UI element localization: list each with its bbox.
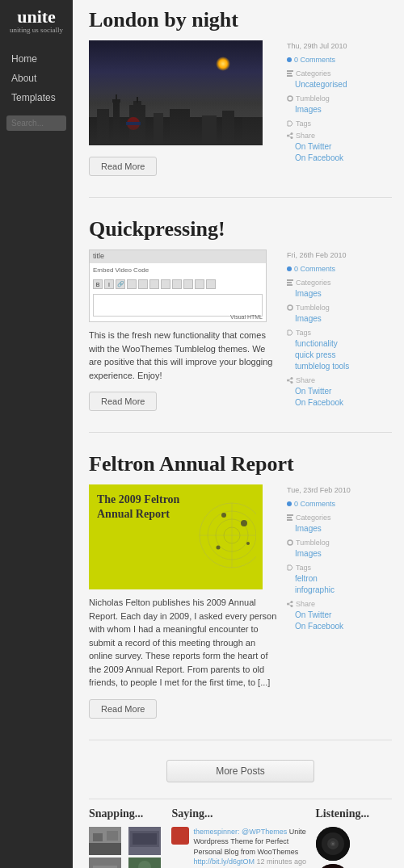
tweet-user-0[interactable]: themespinner: (193, 828, 239, 836)
svg-rect-14 (126, 122, 141, 125)
svg-point-48 (287, 602, 289, 605)
share-label-london: Share (296, 132, 315, 140)
comments-link-quickpress[interactable]: 0 Comments (294, 264, 335, 275)
post-meta-quickpress: Fri, 26th Feb 2010 0 Comments Categories… (287, 249, 392, 416)
categories-section-feltron: Categories Images (287, 514, 392, 535)
category-link-london[interactable]: Uncategorised (287, 79, 392, 90)
read-more-london[interactable]: Read More (89, 157, 157, 176)
tags-icon-feltron (287, 564, 293, 571)
svg-point-27 (288, 305, 292, 310)
tweet-text-0: themespinner: @WPThemes Unite Wordpress … (193, 827, 309, 867)
comments-dot-feltron (287, 501, 292, 506)
more-posts-button[interactable]: More Posts (166, 760, 314, 782)
tumblelog-link-qp[interactable]: Images (287, 313, 392, 325)
tumblelog-link-london[interactable]: Images (287, 104, 392, 115)
sidebar-item-home[interactable]: Home (0, 49, 73, 69)
editor-btn-1 (127, 279, 137, 289)
comments-dot (287, 57, 292, 62)
feltron-image-text: The 2009 FeltronAnnual Report (97, 493, 179, 522)
svg-point-69 (332, 843, 334, 845)
bottom-widgets: Snapping... (89, 799, 392, 869)
site-logo: unite uniting us socially (10, 8, 63, 35)
tweet-link-0[interactable]: http://bit.ly/d6gtOM (193, 858, 255, 866)
listening-title: Listening... (316, 807, 392, 820)
editor-bottom: Visual HTML (230, 314, 263, 320)
svg-rect-7 (137, 97, 138, 103)
post-meta-london: Thu, 29th Jul 2010 0 Comments Categories… (287, 40, 392, 181)
svg-rect-54 (107, 831, 118, 841)
read-more-quickpress[interactable]: Read More (89, 392, 157, 411)
snap-thumb-3 (89, 858, 121, 869)
read-more-feltron[interactable]: Read More (89, 699, 157, 719)
tag-tumblelog-tools[interactable]: tumblelog tools (287, 361, 392, 372)
editor-btn-2 (138, 279, 148, 289)
svg-point-41 (246, 542, 250, 545)
svg-rect-12 (242, 117, 263, 145)
svg-point-21 (291, 136, 293, 139)
sidebar-nav: Home About Templates (0, 49, 73, 107)
search-input[interactable] (6, 115, 66, 131)
category-link-qp[interactable]: Images (287, 288, 392, 300)
comments-section-quickpress: 0 Comments (287, 264, 392, 275)
sidebar: unite uniting us socially Home About Tem… (0, 0, 73, 868)
svg-point-30 (291, 381, 293, 384)
tag-quickpress[interactable]: quick press (287, 350, 392, 361)
sidebar-item-templates[interactable]: Templates (0, 88, 73, 107)
category-icon-feltron (287, 514, 293, 521)
search-container (0, 115, 73, 131)
tags-icon-qp (287, 329, 293, 336)
snapping-grid (89, 827, 165, 869)
editor-btn-3 (149, 279, 159, 289)
svg-rect-3 (112, 99, 120, 103)
facebook-link-qp[interactable]: On Facebook (287, 397, 392, 409)
svg-rect-5 (129, 105, 145, 145)
saying-title: Saying... (171, 807, 309, 820)
svg-rect-8 (154, 113, 163, 145)
tag-feltron[interactable]: feltron (287, 573, 392, 585)
twitter-link-london[interactable]: On Twitter (287, 141, 392, 153)
post-text-feltron: Nicholas Felton publishes his 2009 Annua… (89, 596, 279, 690)
svg-rect-26 (287, 284, 292, 286)
post-title-quickpress: Quickpressing! (89, 217, 392, 241)
svg-point-29 (287, 379, 289, 381)
svg-line-31 (289, 379, 291, 379)
tumblelog-icon-london (287, 95, 293, 102)
post-image-feltron: The 2009 FeltronAnnual Report (89, 484, 263, 589)
logo-text: unite (10, 8, 63, 26)
tags-section-london: Tags (287, 120, 392, 128)
post-left-quickpress: title Embed Video Code B I 🔗 (89, 249, 279, 416)
comments-link-feltron[interactable]: 0 Comments (294, 499, 335, 509)
svg-line-32 (289, 380, 291, 381)
tweet-handle-0[interactable]: @WPThemes (242, 828, 287, 836)
categories-label-qp: Categories (296, 279, 331, 287)
share-section-feltron: Share On Twitter On Facebook (287, 600, 392, 632)
tag-infographic[interactable]: infographic (287, 585, 392, 596)
post-date-quickpress: Fri, 26th Feb 2010 (287, 251, 392, 259)
share-icon-feltron (287, 601, 293, 607)
svg-line-22 (289, 134, 291, 135)
svg-line-51 (289, 604, 291, 605)
twitter-link-feltron[interactable]: On Twitter (287, 610, 392, 621)
tumblelog-label-london: Tumblelog (296, 94, 330, 103)
svg-rect-45 (287, 519, 292, 521)
snap-thumb-2 (128, 827, 161, 855)
snap-thumb-1 (89, 827, 121, 855)
post-date-london: Thu, 29th Jul 2010 (287, 42, 392, 50)
svg-point-39 (241, 520, 247, 526)
comments-link-london[interactable]: 0 Comments (294, 55, 335, 65)
facebook-link-london[interactable]: On Facebook (287, 153, 392, 164)
twitter-link-qp[interactable]: On Twitter (287, 386, 392, 397)
editor-toolbar: B I 🔗 (90, 277, 266, 291)
facebook-link-feltron[interactable]: On Facebook (287, 621, 392, 632)
svg-rect-43 (287, 514, 293, 516)
sidebar-item-about[interactable]: About (0, 69, 73, 88)
snapping-title: Snapping... (89, 807, 165, 820)
categories-section-london: Categories Uncategorised (287, 69, 392, 90)
editor-textarea (93, 294, 263, 317)
tag-functionality[interactable]: functionality (287, 338, 392, 350)
tumblelog-link-feltron[interactable]: Images (287, 548, 392, 560)
svg-rect-25 (287, 282, 292, 283)
category-link-feltron[interactable]: Images (287, 523, 392, 535)
tumblelog-label-feltron: Tumblelog (296, 539, 330, 547)
london-skyline (89, 93, 263, 145)
